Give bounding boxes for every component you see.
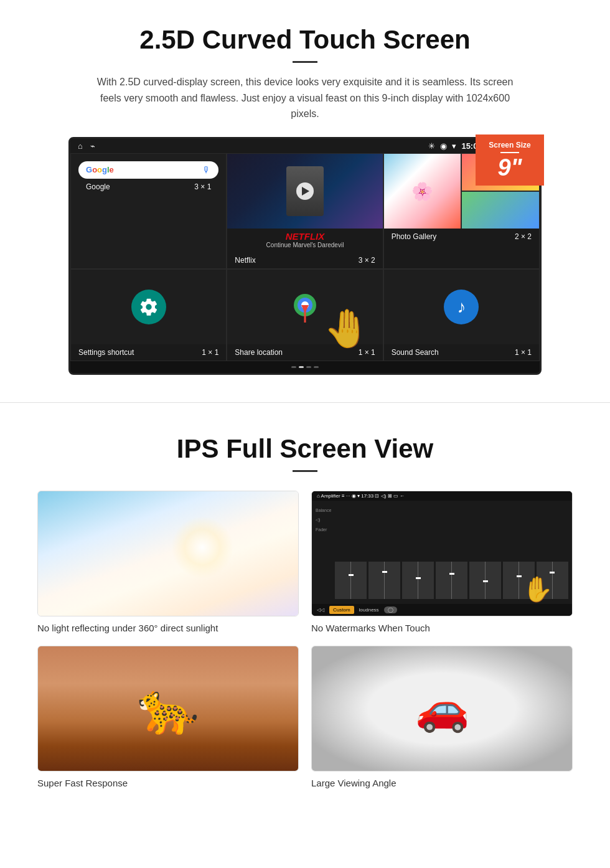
badge-divider [500, 152, 519, 153]
netflix-info: NETFLIX Continue Marvel's Daredevil [227, 229, 382, 252]
section2-title: IPS Full Screen View [37, 434, 573, 464]
amp-hand-icon: ✋ [522, 575, 553, 604]
sunlight-label: No light reflecting under 360° direct su… [37, 623, 299, 633]
section1-title: 2.5D Curved Touch Screen [37, 25, 573, 55]
maps-icon [289, 291, 321, 323]
sound-thumbnail: ♪ [384, 270, 539, 344]
amp-slider-1 [335, 562, 367, 599]
settings-thumbnail [71, 270, 226, 344]
gear-icon [139, 297, 159, 317]
title-divider [293, 61, 317, 63]
amp-slider-3 [402, 562, 434, 599]
amp-status-bar: ⌂ Amplifier ≡ ··· ◉ ▾ 17:33 ⊡ ◁) ⊠ ▭ ← [312, 491, 572, 501]
dot-4[interactable] [314, 366, 319, 368]
car-visual: 🚗 [312, 646, 572, 771]
play-button[interactable] [296, 182, 314, 200]
amp-labels: Balance ◁) Fader [316, 503, 331, 601]
badge-title: Screen Size [486, 141, 534, 149]
screen-size-badge: Screen Size 9" [476, 134, 544, 186]
section1-description: With 2.5D curved-display screen, this de… [93, 74, 517, 122]
cheetah-icon: 🐆 [137, 679, 199, 738]
netflix-app-cell[interactable]: NETFLIX Continue Marvel's Daredevil Netf… [227, 153, 383, 269]
car-top-view-icon: 🚗 [415, 683, 469, 734]
wifi-icon: ▾ [452, 141, 456, 151]
hand-pointer-icon: 🤚 [324, 306, 370, 351]
amp-loudness-label: loudness [359, 607, 379, 613]
amplifier-visual: ⌂ Amplifier ≡ ··· ◉ ▾ 17:33 ⊡ ◁) ⊠ ▭ ← B… [312, 491, 572, 616]
amplifier-label: No Watermarks When Touch [311, 623, 573, 633]
feature-sunlight: No light reflecting under 360° direct su… [37, 491, 299, 633]
bluetooth-icon: ✳ [428, 141, 435, 151]
dot-3[interactable] [306, 366, 311, 368]
device-mockup: Screen Size 9" ⌂ ⌁ ✳ ◉ ▾ [68, 137, 542, 375]
gallery-img1: 🌸 [384, 154, 461, 229]
status-left: ⌂ ⌁ [78, 141, 95, 151]
gallery-label: Photo Gallery 2 × 2 [384, 229, 539, 245]
flower-icon: 🌸 [411, 181, 433, 201]
sound-label: Sound Search 1 × 1 [384, 344, 539, 361]
amp-footer: ◁◁ Custom loudness ◯ [312, 604, 572, 616]
dot-2-active[interactable] [299, 366, 304, 368]
sound-icon-bg: ♪ [444, 290, 479, 324]
usb-icon: ⌁ [90, 141, 95, 151]
section-ips-fullscreen: IPS Full Screen View No light reflecting… [0, 409, 610, 807]
google-search-bar[interactable]: Google 🎙 [78, 161, 218, 179]
amp-toggle[interactable]: ◯ [384, 606, 397, 613]
netflix-subtitle: Continue Marvel's Daredevil [233, 242, 376, 248]
amp-slider-2 [368, 562, 400, 599]
google-mic-icon[interactable]: 🎙 [202, 165, 211, 175]
amp-content: Balance ◁) Fader [312, 501, 572, 604]
car-image: 🚗 [311, 646, 573, 771]
netflix-brand: NETFLIX [233, 231, 376, 242]
google-logo: Google [86, 165, 114, 174]
amplifier-image: ⌂ Amplifier ≡ ··· ◉ ▾ 17:33 ⊡ ◁) ⊠ ▭ ← B… [311, 491, 573, 616]
play-triangle-icon [302, 187, 309, 196]
app-grid-row2: Settings shortcut 1 × 1 [70, 269, 540, 361]
netflix-thumbnail [227, 154, 382, 229]
music-note-icon: ♪ [457, 297, 466, 317]
cheetah-image: 🐆 [37, 646, 299, 771]
share-thumbnail: 🤚 [227, 270, 382, 344]
settings-icon-bg [131, 290, 166, 324]
cheetah-visual: 🐆 [38, 646, 298, 771]
pagination-dots [70, 361, 540, 373]
amp-back-icon: ◁◁ [317, 607, 324, 613]
amp-custom-btn[interactable]: Custom [329, 606, 354, 614]
section-curved-touch: 2.5D Curved Touch Screen With 2.5D curve… [0, 0, 610, 396]
badge-size: 9" [497, 154, 522, 181]
feature-car: 🚗 Large Viewing Angle [311, 646, 573, 788]
settings-app-cell[interactable]: Settings shortcut 1 × 1 [70, 269, 227, 361]
amp-screen: ⌂ Amplifier ≡ ··· ◉ ▾ 17:33 ⊡ ◁) ⊠ ▭ ← B… [312, 491, 572, 616]
app-grid-row1: Google 🎙 Google 3 × 1 [70, 153, 540, 269]
gallery-img3 [462, 192, 539, 229]
share-location-cell[interactable]: 🤚 Share location 1 × 1 [227, 269, 383, 361]
device-screen: ⌂ ⌁ ✳ ◉ ▾ 15:06 ⊡ ◁) ⊠ ▭ [68, 137, 542, 375]
amp-slider-5 [469, 562, 501, 599]
section-divider [0, 402, 610, 403]
google-app-cell[interactable]: Google 🎙 Google 3 × 1 [70, 153, 227, 269]
feature-amplifier: ⌂ Amplifier ≡ ··· ◉ ▾ 17:33 ⊡ ◁) ⊠ ▭ ← B… [311, 491, 573, 633]
title-divider-2 [293, 470, 317, 472]
cheetah-label: Super Fast Response [37, 778, 299, 788]
amp-title: ⌂ Amplifier ≡ ··· ◉ ▾ 17:33 ⊡ ◁) ⊠ ▭ ← [317, 493, 405, 499]
home-icon[interactable]: ⌂ [78, 141, 83, 151]
amp-speaker-icon: ◁) [316, 517, 331, 522]
netflix-figure [286, 166, 324, 216]
page: 2.5D Curved Touch Screen With 2.5D curve… [0, 0, 610, 807]
feature-grid: No light reflecting under 360° direct su… [37, 491, 573, 788]
location-icon: ◉ [440, 141, 447, 151]
amp-slider-4 [436, 562, 467, 599]
google-label: Google 3 × 1 [78, 179, 218, 195]
netflix-label: Netflix 3 × 2 [227, 252, 382, 268]
status-bar: ⌂ ⌁ ✳ ◉ ▾ 15:06 ⊡ ◁) ⊠ ▭ [70, 139, 540, 153]
amp-fader-label: Fader [316, 527, 331, 532]
sunlight-visual [38, 491, 298, 616]
amp-balance-label: Balance [316, 508, 331, 512]
car-label: Large Viewing Angle [311, 778, 573, 788]
sound-search-cell[interactable]: ♪ Sound Search 1 × 1 [383, 269, 540, 361]
sun-rays [171, 516, 233, 578]
sunlight-image [37, 491, 299, 616]
settings-label: Settings shortcut 1 × 1 [71, 344, 226, 361]
dot-1[interactable] [291, 366, 296, 368]
feature-cheetah: 🐆 Super Fast Response [37, 646, 299, 788]
